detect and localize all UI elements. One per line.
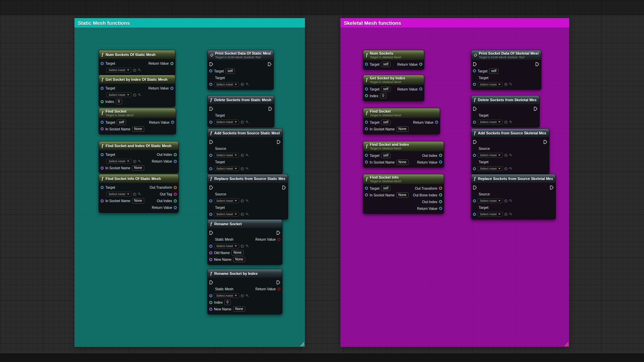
browse-asset-icon[interactable] [138,192,142,196]
node-rename-socket[interactable]: ƒRename SocketStatic MeshReturn ValueSel… [207,219,282,265]
object-pin[interactable] [101,121,104,124]
object-pin[interactable] [365,63,368,66]
node-add-sockets-from-source-static-mesh[interactable]: ƒAdd Sockets from Source Static MeshSour… [207,128,283,174]
exec-pin-out-icon[interactable] [543,140,547,144]
use-selected-asset-icon[interactable] [241,167,244,170]
object-pin[interactable] [209,69,212,72]
pin-value-box[interactable]: self [381,186,390,191]
object-pin[interactable] [101,153,104,156]
select-asset-dropdown[interactable]: Select Asset [106,68,131,72]
node-rename-socket-by-index[interactable]: ƒRename Socket by IndexStatic MeshReturn… [207,269,282,314]
node-replace-sockets-from-source-skeletal-mesh[interactable]: ƒReplace Sockets from Source Skeletal Me… [471,174,556,220]
select-asset-dropdown[interactable]: Select Asset [214,166,239,171]
node-header[interactable]: ƒFind SocketTarget is Static Mesh [99,108,176,118]
object-pin[interactable] [101,186,104,189]
int-pin[interactable] [101,100,104,103]
exec-pin-out-icon[interactable] [277,140,281,144]
name-pin[interactable] [101,167,104,170]
use-selected-asset-icon[interactable] [241,245,244,248]
use-selected-asset-icon[interactable] [241,121,244,124]
node-find-socket-static[interactable]: ƒFind SocketTarget is Static MeshTargets… [99,108,176,134]
name-pin[interactable] [209,308,212,311]
pin-value-box[interactable]: self [117,120,126,125]
use-selected-asset-icon[interactable] [504,213,507,216]
string-pin[interactable] [174,193,177,196]
exec-pin-in-icon[interactable] [209,140,213,144]
exec-pin-in-icon[interactable] [209,280,213,285]
browse-asset-icon[interactable] [138,160,142,163]
node-find-socket-info[interactable]: ƒFind Socket InfoTarget is Skeletal Mesh… [363,174,444,214]
browse-asset-icon[interactable] [246,154,249,157]
name-pin[interactable] [365,161,368,164]
use-selected-asset-icon[interactable] [504,199,507,202]
int-pin[interactable] [174,153,177,156]
browse-asset-icon[interactable] [246,167,249,171]
int-pin[interactable] [365,94,368,97]
use-selected-asset-icon[interactable] [504,154,507,157]
pin-value-box[interactable]: self [381,86,390,92]
exec-pin-out-icon[interactable] [282,185,286,190]
exec-pin-out-icon[interactable] [268,62,272,66]
object-pin[interactable] [435,121,438,124]
name-pin[interactable] [101,199,104,202]
exec-pin-in-icon[interactable] [209,185,213,190]
name-pin[interactable] [209,251,212,254]
node-find-socket-and-index[interactable]: ƒFind Socket and IndexTarget is Skeletal… [363,141,444,168]
node-header[interactable]: ƒGet Socket by IndexTarget is Skeletal M… [363,75,424,85]
browse-asset-icon[interactable] [509,120,513,124]
use-selected-asset-icon[interactable] [133,160,136,163]
int-pin[interactable] [439,154,442,157]
node-num-sockets[interactable]: ƒNum SocketsTarget is Skeletal MeshTarge… [363,50,424,70]
comment-titlebar[interactable]: Skeletal Mesh functions [340,18,569,27]
select-asset-dropdown[interactable]: Select Asset [478,212,503,217]
select-asset-dropdown[interactable]: Select Asset [214,120,239,124]
node-delete-sockets-from-skeletal-mesh[interactable]: ƒDelete Sockets from Skeletal MeshTarget… [471,95,540,127]
node-header[interactable]: ◇Print Socket Data Of Static MeshTarget … [208,50,273,60]
transform-pin[interactable] [174,186,177,189]
node-header[interactable]: ƒFind Socket and Index Of Static Mesh [99,141,178,150]
node-get-socket-by-index[interactable]: ƒGet Socket by IndexTarget is Skeletal M… [363,75,424,101]
pin-value-box[interactable]: 0 [380,93,386,99]
transform-pin[interactable] [439,187,442,190]
browse-asset-icon[interactable] [509,82,513,86]
pin-value-box[interactable]: None [132,165,144,171]
object-pin[interactable] [209,294,212,297]
node-header[interactable]: ƒFind Socket InfoTarget is Skeletal Mesh [363,174,444,184]
node-replace-sockets-from-source-static-mesh[interactable]: ƒReplace Sockets from Source Static Mesh… [207,174,288,220]
node-header[interactable]: ƒDelete Sockets from Static Mesh [208,96,274,104]
object-pin[interactable] [365,121,368,124]
node-add-sockets-from-source-skeletal-mesh[interactable]: ƒAdd Sockets from Source Skeletal MeshSo… [471,128,549,174]
node-delete-sockets-from-static-mesh[interactable]: ƒDelete Sockets from Static MeshTargetSe… [207,95,274,127]
exec-pin-out-icon[interactable] [535,62,539,66]
pin-value-box[interactable]: None [396,192,409,198]
pin-value-box[interactable]: self [381,120,390,125]
node-header[interactable]: ƒAdd Sockets from Source Skeletal Mesh [471,129,549,137]
node-header[interactable]: ƒReplace Sockets from Source Static Mesh [208,174,288,183]
node-header[interactable]: ƒNum Sockets Of Static Mesh [99,50,175,59]
browse-asset-icon[interactable] [246,294,249,298]
comment-titlebar[interactable]: Static Mesh functions [74,18,305,27]
node-get-socket-by-index-of-static-mesh[interactable]: ƒGet Socket by Index Of Static MeshTarge… [99,75,175,107]
exec-pin-in-icon[interactable] [473,185,477,190]
exec-pin-out-icon[interactable] [276,280,280,285]
node-header[interactable]: ƒDelete Sockets from Skeletal Mesh [471,96,539,104]
use-selected-asset-icon[interactable] [241,154,244,157]
pin-value-box[interactable]: 0 [224,300,231,305]
object-pin[interactable] [174,160,177,163]
int-pin[interactable] [419,63,422,66]
node-header[interactable]: ƒRename Socket [208,220,282,228]
object-pin[interactable] [439,161,442,164]
pin-value-box[interactable]: None [233,306,245,312]
node-find-socket-and-index-of-static-mesh[interactable]: ƒFind Socket and Index Of Static MeshTar… [99,141,179,173]
object-pin[interactable] [174,206,177,209]
exec-pin-out-icon[interactable] [550,185,554,190]
use-selected-asset-icon[interactable] [133,94,136,97]
int-pin[interactable] [170,62,173,65]
object-pin[interactable] [209,154,212,157]
object-pin[interactable] [473,213,476,216]
select-asset-dropdown[interactable]: Select Asset [214,153,239,158]
browse-asset-icon[interactable] [246,199,249,203]
browse-asset-icon[interactable] [138,68,142,72]
pin-value-box[interactable]: 0 [116,99,122,104]
object-pin[interactable] [209,83,212,86]
